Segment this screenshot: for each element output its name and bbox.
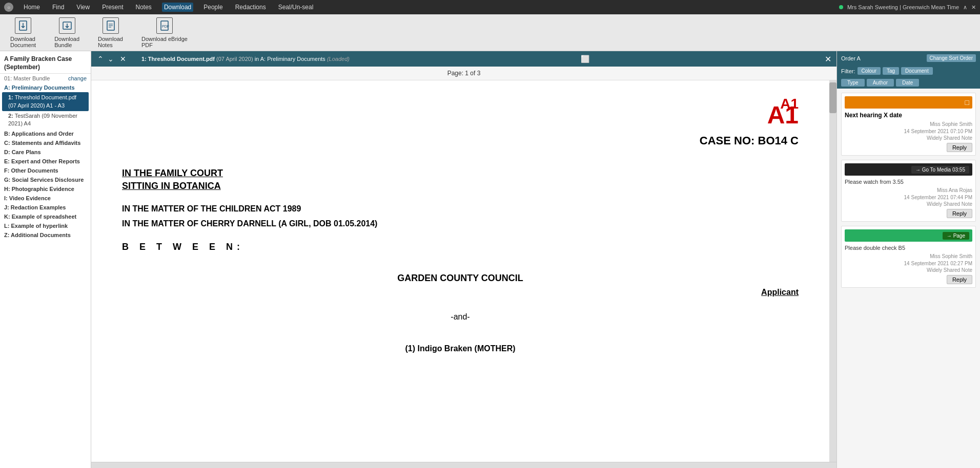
go-to-page-button[interactable]: → Page (943, 232, 969, 240)
sidebar-item-2[interactable]: 2: TestSarah (09 November 2021) A4 (0, 111, 91, 129)
menu-seal-unseal[interactable]: Seal/Un-seal (276, 3, 316, 12)
nav-down-button[interactable]: ⌄ (107, 55, 115, 63)
sidebar-section-j[interactable]: J: Redaction Examples (0, 203, 91, 212)
reply-button-2[interactable]: Reply (947, 209, 972, 218)
sidebar-section-i[interactable]: I: Video Evidence (0, 194, 91, 203)
annotation-body-3: Please double check B5 (845, 245, 972, 251)
sidebar-section-c[interactable]: C: Statements and Affidavits (0, 138, 91, 147)
sidebar-section-a[interactable]: A: Preliminary Documents (0, 83, 91, 92)
menu-download[interactable]: Download (162, 3, 193, 12)
download-document-button[interactable]: DownloadDocument (6, 15, 40, 50)
user-info: Mrs Sarah Sweeting | Greenwich Mean Time… (839, 4, 976, 11)
download-document-icon (15, 17, 31, 34)
annotation-color-bar-1: □ (845, 96, 972, 109)
change-sort-button[interactable]: Change Sort Order (927, 54, 976, 62)
vertical-scrollbar[interactable] (829, 80, 836, 462)
annotation-actions-3: Reply (845, 275, 972, 284)
sidebar: A Family Bracken Case (September) 01: Ma… (0, 51, 91, 468)
case-number: CASE NO: BO14 C (122, 134, 799, 147)
filter-date-button[interactable]: Date (896, 79, 919, 87)
viewer-close-button[interactable]: ✕ (825, 54, 831, 64)
go-to-media-button[interactable]: → Go To Media 03:55 (911, 166, 969, 174)
toolbar: DownloadDocument DownloadBundle Download… (0, 14, 980, 51)
filter-label: Filter: (841, 68, 855, 74)
sidebar-item-1[interactable]: 1: Threshold Document.pdf(07 April 2020)… (2, 92, 89, 111)
court-line2: SITTING IN BOTANICA (122, 181, 799, 192)
annotation-card-2: → Go To Media 03:55 Please watch from 3.… (841, 160, 976, 222)
expand-button[interactable]: ⬜ (581, 55, 589, 63)
filter-document-button[interactable]: Document (901, 67, 933, 75)
annotation-title-1: Next hearing X date (845, 112, 972, 119)
expand-icon[interactable]: ∧ (963, 4, 967, 11)
page-info-bar: Page: 1 of 3 (91, 67, 836, 80)
type-bar: Type Author Date (837, 77, 980, 89)
menu-notes[interactable]: Notes (134, 3, 154, 12)
reply-button-3[interactable]: Reply (947, 275, 972, 284)
matter-text: IN THE MATTER OF THE CHILDREN ACT 1989 I… (122, 202, 799, 231)
doc-viewer: ⌃ ⌄ ✕ 1: Threshold Document.pdf (07 Apri… (91, 51, 836, 468)
bundle-label: 01: Master Bundle (4, 75, 50, 81)
user-name: Mrs Sarah Sweeting | Greenwich Mean Time (847, 4, 959, 10)
annotation-shared-1: Widely Shared Note (845, 135, 972, 141)
applicant-label: Applicant (122, 288, 799, 297)
filter-type-button[interactable]: Type (841, 79, 865, 87)
menu-view[interactable]: View (74, 3, 92, 12)
sidebar-section-l[interactable]: L: Example of hyperlink (0, 221, 91, 230)
nav-up-button[interactable]: ⌃ (96, 55, 105, 63)
matter-line1: IN THE MATTER OF THE CHILDREN ACT 1989 (122, 202, 799, 217)
sidebar-section-k[interactable]: K: Example of spreadsheet (0, 212, 91, 221)
menu-people[interactable]: People (201, 3, 224, 12)
menu-home[interactable]: Home (22, 3, 42, 12)
annotation-card-3: → Page Please double check B5 Miss Sophi… (841, 226, 976, 288)
page-label-top: A1 (780, 96, 799, 112)
filter-author-button[interactable]: Author (867, 79, 894, 87)
annotation-actions-1: Reply (845, 143, 972, 152)
doc-content: A1 A1 CASE NO: BO14 C IN THE FAMILY COUR… (91, 80, 829, 462)
case-title: A Family Bracken Case (September) (4, 55, 87, 71)
scrollbar-thumb[interactable] (829, 82, 836, 113)
sidebar-section-d[interactable]: D: Care Plans (0, 147, 91, 157)
annotation-icon-1: □ (965, 98, 969, 107)
court-info: IN THE FAMILY COURT SITTING IN BOTANICA (122, 168, 799, 192)
download-ebridge-label: Download eBridgePDF (141, 36, 188, 48)
annotation-date-2: 14 September 2021 07:44 PM (845, 194, 972, 201)
between-text: B E T W E E N: (122, 242, 799, 252)
menu-redactions[interactable]: Redactions (233, 3, 268, 12)
sidebar-section-e[interactable]: E: Expert and Other Reports (0, 157, 91, 166)
sidebar-section-z[interactable]: Z: Additional Documents (0, 230, 91, 240)
filter-colour-button[interactable]: Colour (858, 67, 881, 75)
annotation-body-2: Please watch from 3.55 (845, 179, 972, 185)
download-bundle-button[interactable]: DownloadBundle (50, 15, 84, 50)
download-notes-icon (103, 17, 119, 34)
page-counter: Page: 1 of 3 (447, 70, 481, 77)
annotation-color-bar-2: → Go To Media 03:55 (845, 163, 972, 176)
bundle-row: 01: Master Bundle change (0, 74, 91, 83)
download-ebridge-icon: PDF (156, 17, 173, 34)
status-indicator (839, 5, 843, 9)
horizontal-scrollbar[interactable] (91, 462, 836, 468)
annotation-color-bar-3: → Page (845, 229, 972, 242)
filter-bar: Filter: Colour Tag Document (837, 65, 980, 77)
sidebar-section-g[interactable]: G: Social Services Disclosure (0, 175, 91, 184)
sidebar-section-f[interactable]: F: Other Documents (0, 166, 91, 175)
menu-find[interactable]: Find (50, 3, 66, 12)
sidebar-section-b[interactable]: B: Applications and Order (0, 129, 91, 138)
filter-tag-button[interactable]: Tag (883, 67, 899, 75)
sidebar-header: A Family Bracken Case (September) (0, 51, 91, 74)
doc-title: 1: Threshold Document.pdf (07 April 2020… (141, 56, 350, 62)
close-sidebar-button[interactable]: ✕ (119, 55, 127, 63)
download-bundle-icon (59, 17, 75, 34)
menu-present[interactable]: Present (100, 3, 125, 12)
order-label: Order A (841, 55, 861, 61)
download-notes-label: DownloadNotes (98, 36, 123, 48)
bundle-change-link[interactable]: change (68, 75, 87, 81)
download-ebridge-button[interactable]: PDF Download eBridgePDF (137, 15, 192, 50)
main-container: A Family Bracken Case (September) 01: Ma… (0, 51, 980, 468)
sidebar-section-h[interactable]: H: Photographic Evidence (0, 184, 91, 194)
annotation-card-1: □ Next hearing X date Miss Sophie Smith … (841, 93, 976, 156)
download-notes-button[interactable]: DownloadNotes (94, 15, 127, 50)
reply-button-1[interactable]: Reply (947, 143, 972, 152)
close-icon[interactable]: ✕ (971, 4, 976, 11)
download-document-label: DownloadDocument (10, 36, 36, 48)
matter-line2: IN THE MATTER OF CHERRY DARNELL (A GIRL,… (122, 217, 799, 231)
